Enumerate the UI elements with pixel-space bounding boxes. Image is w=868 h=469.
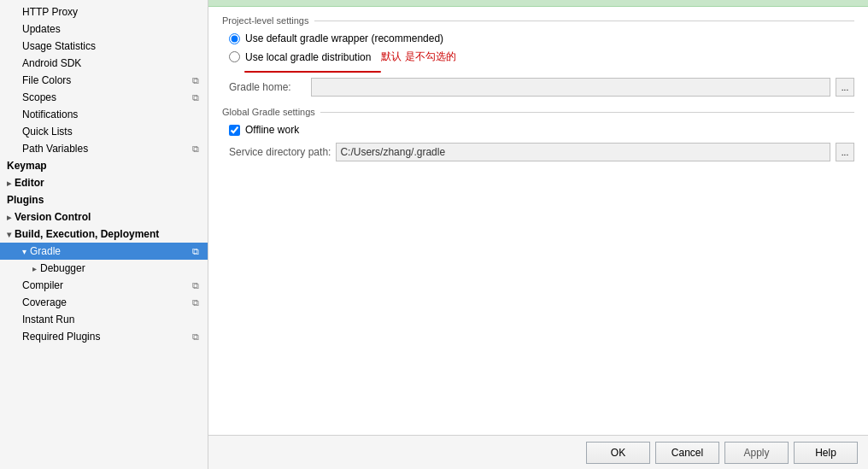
gradle-home-browse-button[interactable]: ... (836, 78, 854, 97)
gradle-home-input[interactable] (311, 78, 830, 97)
offline-work-label[interactable]: Offline work (245, 124, 299, 136)
sidebar-item-compiler[interactable]: Compiler ⧉ (0, 277, 208, 294)
service-dir-browse-button[interactable]: ... (836, 143, 854, 161)
sidebar-item-quick-lists[interactable]: Quick Lists (0, 123, 208, 140)
copy-icon: ⧉ (192, 331, 199, 343)
sidebar-item-label: Editor (15, 177, 44, 189)
sidebar-item-path-variables[interactable]: Path Variables ⧉ (0, 140, 208, 157)
service-dir-input[interactable] (336, 143, 830, 161)
top-bar (208, 0, 868, 7)
sidebar-item-label: Path Variables (22, 143, 88, 155)
ok-button[interactable]: OK (586, 442, 650, 464)
sidebar-item-keymap[interactable]: Keymap (0, 157, 208, 174)
radio-row-local: Use local gradle distribution 默认 是不勾选的 (229, 50, 854, 69)
gradle-home-row: Gradle home: ... (222, 78, 854, 97)
sidebar-item-label: Usage Statistics (22, 40, 96, 52)
radio-local-gradle[interactable] (229, 51, 240, 62)
radio-default-gradle[interactable] (229, 33, 240, 44)
sidebar-item-notifications[interactable]: Notifications (0, 106, 208, 123)
browse-icon: ... (842, 83, 848, 92)
project-section-label: Project-level settings (222, 15, 854, 26)
sidebar-item-label: Gradle (30, 245, 61, 257)
radio-group-gradle: Use default gradle wrapper (recommended)… (222, 32, 854, 69)
sidebar-item-http-proxy[interactable]: HTTP Proxy (0, 3, 208, 21)
offline-work-row: Offline work (222, 124, 854, 136)
sidebar-item-plugins[interactable]: Plugins (0, 191, 208, 208)
sidebar-item-label: Keymap (7, 160, 47, 172)
gradle-home-label: Gradle home: (229, 81, 306, 93)
global-section-label: Global Gradle settings (222, 107, 854, 117)
sidebar-item-instant-run[interactable]: Instant Run (0, 311, 208, 328)
offline-work-checkbox[interactable] (229, 125, 240, 136)
expand-arrow-icon: ▸ (7, 213, 11, 222)
sidebar-item-label: Required Plugins (22, 331, 100, 343)
cancel-button[interactable]: Cancel (655, 442, 719, 464)
sidebar-item-label: File Colors (22, 74, 71, 86)
sidebar-item-scopes[interactable]: Scopes ⧉ (0, 89, 208, 106)
content-panel: Project-level settings Use default gradl… (208, 0, 868, 469)
sidebar-item-label: Quick Lists (22, 126, 73, 138)
radio-default-label[interactable]: Use default gradle wrapper (recommended) (245, 32, 443, 44)
main-container: HTTP Proxy Updates Usage Statistics Andr… (0, 0, 868, 469)
browse-icon: ... (842, 148, 848, 157)
expand-arrow-icon: ▾ (7, 230, 11, 239)
sidebar-item-label: Scopes (22, 91, 56, 103)
sidebar-item-required-plugins[interactable]: Required Plugins ⧉ (0, 328, 208, 345)
apply-button[interactable]: Apply (724, 442, 789, 464)
radio-row-default: Use default gradle wrapper (recommended) (229, 32, 854, 44)
sidebar-item-label: Version Control (15, 211, 91, 223)
sidebar-item-coverage[interactable]: Coverage ⧉ (0, 294, 208, 311)
copy-icon: ⧉ (192, 280, 199, 291)
expand-arrow-icon: ▸ (32, 264, 37, 273)
copy-icon: ⧉ (192, 75, 199, 86)
sidebar-item-label: HTTP Proxy (22, 6, 78, 18)
sidebar-item-debugger[interactable]: ▸ Debugger (0, 260, 208, 277)
sidebar-item-label: Compiler (22, 279, 63, 291)
sidebar-item-build-execution-deployment[interactable]: ▾ Build, Execution, Deployment (0, 226, 208, 243)
sidebar-item-editor[interactable]: ▸ Editor (0, 174, 208, 191)
service-dir-row: Service directory path: ... (222, 143, 854, 161)
sidebar-item-file-colors[interactable]: File Colors ⧉ (0, 72, 208, 89)
sidebar-item-label: Plugins (7, 194, 44, 206)
bottom-bar: OK Cancel Apply Help (208, 435, 868, 469)
sidebar-item-label: Updates (22, 23, 61, 35)
sidebar-item-label: Coverage (22, 296, 67, 308)
service-dir-label: Service directory path: (229, 146, 331, 158)
annotation-text: 默认 是不勾选的 (381, 50, 455, 64)
sidebar-item-label: Debugger (40, 262, 85, 274)
copy-icon: ⧉ (192, 144, 199, 155)
copy-icon: ⧉ (192, 92, 199, 103)
sidebar-item-gradle[interactable]: ▾ Gradle ⧉ (0, 243, 208, 260)
sidebar-item-label: Build, Execution, Deployment (15, 228, 159, 240)
sidebar-item-label: Instant Run (22, 314, 74, 325)
sidebar-item-usage-statistics[interactable]: Usage Statistics (0, 38, 208, 55)
sidebar-item-version-control[interactable]: ▸ Version Control (0, 208, 208, 226)
copy-icon: ⧉ (192, 297, 199, 308)
sidebar-item-android-sdk[interactable]: Android SDK (0, 55, 208, 72)
expand-arrow-icon: ▸ (7, 179, 11, 188)
sidebar-item-label: Notifications (22, 108, 78, 120)
settings-area: Project-level settings Use default gradl… (208, 7, 868, 435)
expand-arrow-icon: ▾ (22, 247, 26, 256)
sidebar: HTTP Proxy Updates Usage Statistics Andr… (0, 0, 208, 469)
underline-decoration (244, 71, 381, 73)
sidebar-item-label: Android SDK (22, 57, 81, 69)
help-button[interactable]: Help (794, 442, 858, 464)
sidebar-item-updates[interactable]: Updates (0, 21, 208, 38)
copy-icon: ⧉ (192, 246, 199, 257)
radio-local-label[interactable]: Use local gradle distribution (245, 51, 371, 63)
